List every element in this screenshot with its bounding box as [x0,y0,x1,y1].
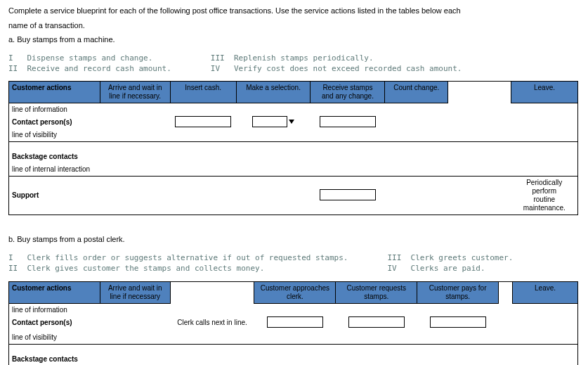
part-b-label: b. Buy stamps from a postal clerk. [8,235,580,243]
a-contact-slot-2[interactable] [252,116,287,127]
a-cust-1: Arrive and wait inline if necessary. [100,82,170,103]
a-backstage: Backstage contacts [12,153,78,160]
b-line-vis: line of visibility [9,331,100,344]
instructions-line2: name of a transaction. [8,20,580,31]
a-support-slot[interactable] [320,189,376,200]
row-customer-b: Customer actions [12,284,71,292]
a-support-note: Periodically performroutine maintenance. [511,177,577,214]
a-support: Support [12,191,39,199]
a-cust-5: Count change. [385,82,447,94]
a-cust-6: Leave. [511,82,577,94]
a-cust-3: Make a selection. [237,82,311,94]
a-contact-slot-3[interactable] [320,116,376,127]
a-line-vis: line of visibility [9,129,100,141]
b-cust-3: Customer approachesclerk. [254,282,335,303]
a-contact: Contact person(s) [12,118,72,126]
b-contact-slot-2[interactable] [348,316,405,328]
part-a-label: a. Buy stamps from a machine. [8,35,580,44]
b-contact: Contact person(s) [12,319,72,326]
blueprint-a: Customer actions Arrive and wait inline … [8,81,578,215]
a-cust-2: Insert cash. [171,82,236,94]
b-contact-slot-1[interactable] [267,316,323,328]
dropdown-icon[interactable] [289,120,294,124]
b-cust-6: Leave. [513,282,577,295]
a-line-int: line of internal interaction [9,163,100,176]
blueprint-b: Customer actions Arrive and wait inline … [8,281,578,365]
a-line-info: line of information [9,103,100,116]
b-backstage: Backstage contacts [12,355,78,363]
part-a-roman-list: I Dispense stamps and change. II Receive… [8,53,580,75]
a-contact-slot-1[interactable] [175,116,231,127]
a-cust-4: Receive stampsand any change. [311,82,384,103]
instructions-line1: Complete a service blueprint for each of… [8,6,580,16]
b-cust-5: Customer pays forstamps. [417,282,498,303]
b-cust-1: Arrive and wait inline if necessary [100,282,170,303]
b-contact-note: Clerk calls next in line. [170,316,254,329]
b-line-info: line of information [9,304,100,316]
row-customer-a: Customer actions [12,84,71,91]
b-contact-slot-3[interactable] [430,316,486,328]
part-b-roman-list: I Clerk fills order or suggests alternat… [8,253,580,274]
b-cust-4: Customer requestsstamps. [336,282,417,303]
